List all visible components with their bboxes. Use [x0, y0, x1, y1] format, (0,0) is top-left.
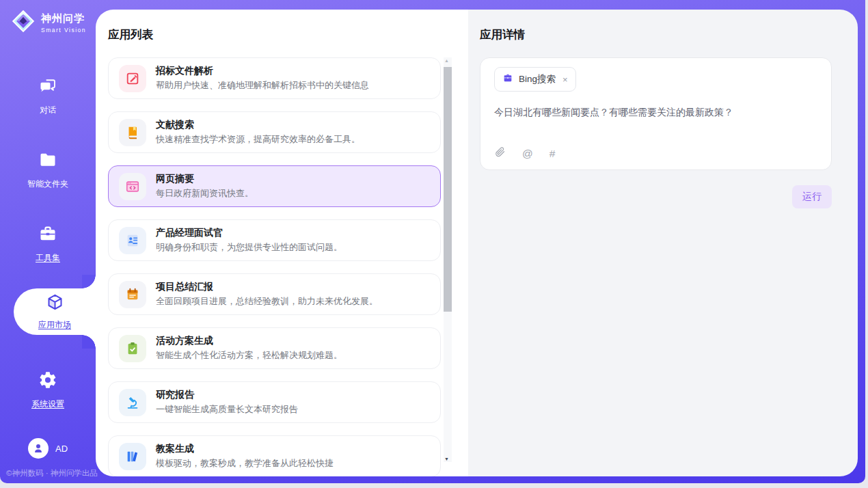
scroll-down-arrow-icon[interactable] — [444, 454, 452, 462]
books-icon — [119, 443, 146, 470]
sidebar-item-label: 应用市场 — [38, 319, 71, 331]
sidebar-item-smart-folder[interactable]: 智能文件夹 — [0, 150, 96, 190]
sidebar-item-toolset[interactable]: 工具集 — [0, 224, 96, 264]
app-list-panel: 应用列表 招标文件解析 帮助用户快速、准确地理解和解析招标书中的关键信息 — [96, 10, 468, 476]
app-name: 文献搜索 — [156, 119, 360, 131]
calendar-note-icon — [119, 281, 146, 308]
edit-square-icon — [119, 65, 146, 92]
tab-curve-bottom — [82, 335, 96, 349]
sidebar-item-label: 工具集 — [36, 253, 60, 262]
brand-logo: 神州问学 Smart Vision — [11, 9, 86, 36]
app-desc: 每日政府新闻资讯快查。 — [156, 187, 254, 200]
book-icon — [119, 119, 146, 146]
app-name: 研究报告 — [156, 389, 298, 401]
chat-bubbles-icon — [0, 77, 96, 98]
copyright-text: ©神州数码 · 神州问学出品 — [6, 468, 98, 478]
query-input[interactable]: 今日湖北有哪些新闻要点？有哪些需要关注的最新政策？ — [494, 105, 817, 120]
app-item-lesson-plan[interactable]: 教案生成 模板驱动，教案秒成，教学准备从此轻松快捷 — [108, 435, 441, 476]
list-scrollbar[interactable] — [444, 57, 452, 462]
mention-icon[interactable]: @ — [522, 148, 533, 160]
sidebar-item-app-market[interactable]: 应用市场 — [14, 288, 96, 335]
hashtag-icon[interactable]: # — [550, 148, 556, 160]
app-name: 项目总结汇报 — [156, 281, 378, 293]
app-item-literature-search[interactable]: 文献搜索 快速精准查找学术资源，提高研究效率的必备工具。 — [108, 111, 441, 153]
scrollbar-thumb[interactable] — [444, 67, 452, 312]
avatar — [28, 438, 49, 459]
app-item-webpage-summary[interactable]: 网页摘要 每日政府新闻资讯快查。 — [108, 165, 441, 207]
sidebar-item-chat[interactable]: 对话 — [0, 77, 96, 116]
gear-icon — [0, 370, 96, 392]
app-name: 教案生成 — [156, 443, 334, 455]
sidebar-item-settings[interactable]: 系统设置 — [0, 370, 96, 410]
app-desc: 帮助用户快速、准确地理解和解析招标书中的关键信息 — [156, 79, 369, 92]
app-desc: 智能生成个性化活动方案，轻松解决规划难题。 — [156, 349, 342, 362]
attachment-toolbar: @ # — [494, 146, 555, 161]
app-list-title: 应用列表 — [108, 27, 468, 42]
app-name: 活动方案生成 — [156, 335, 342, 347]
diamond-gem-icon — [11, 9, 36, 36]
microscope-icon — [119, 389, 146, 416]
user-account[interactable]: AD — [0, 438, 96, 459]
app-item-research-report[interactable]: 研究报告 一键智能生成高质量长文本研究报告 — [108, 381, 441, 423]
sidebar-item-label: 对话 — [40, 105, 56, 115]
sidebar-item-label: 系统设置 — [31, 399, 64, 409]
app-window: 神州问学 Smart Vision 对话 智能文件夹 — [0, 0, 865, 483]
app-item-tender-parse[interactable]: 招标文件解析 帮助用户快速、准确地理解和解析招标书中的关键信息 — [108, 57, 441, 99]
app-desc: 快速精准查找学术资源，提高研究效率的必备工具。 — [156, 133, 360, 146]
folder-icon — [0, 150, 96, 172]
briefcase-icon — [502, 72, 513, 86]
app-desc: 明确身份和职责，为您提供专业性的面试问题。 — [156, 241, 342, 254]
brand-name: 神州问学 — [41, 12, 86, 25]
app-desc: 一键智能生成高质量长文本研究报告 — [156, 403, 298, 416]
run-button[interactable]: 运行 — [792, 185, 832, 208]
app-detail-title: 应用详情 — [480, 27, 858, 42]
app-name: 网页摘要 — [156, 173, 254, 185]
app-item-activity-plan[interactable]: 活动方案生成 智能生成个性化活动方案，轻松解决规划难题。 — [108, 327, 441, 369]
app-name: 招标文件解析 — [156, 65, 369, 77]
browser-code-icon — [119, 173, 146, 200]
main-content: 应用列表 招标文件解析 帮助用户快速、准确地理解和解析招标书中的关键信息 — [96, 10, 858, 476]
app-list: 招标文件解析 帮助用户快速、准确地理解和解析招标书中的关键信息 文献搜索 — [108, 57, 441, 476]
close-icon[interactable]: × — [562, 75, 568, 84]
app-item-project-summary[interactable]: 项目总结汇报 全面回顾项目进展，总结经验教训，助力未来优化发展。 — [108, 273, 441, 315]
user-name: AD — [55, 444, 68, 454]
app-desc: 全面回顾项目进展，总结经验教训，助力未来优化发展。 — [156, 295, 378, 308]
toolbox-icon — [0, 224, 96, 246]
scroll-up-arrow-icon[interactable] — [444, 57, 452, 66]
app-name: 产品经理面试官 — [156, 227, 342, 239]
sidebar-item-label: 智能文件夹 — [27, 179, 68, 189]
interview-doc-icon — [119, 227, 146, 254]
tool-tag-bing-search[interactable]: Bing搜索 × — [494, 67, 576, 92]
query-card[interactable]: Bing搜索 × 今日湖北有哪些新闻要点？有哪些需要关注的最新政策？ @ # — [480, 57, 832, 170]
run-row: 运行 — [480, 185, 832, 208]
app-desc: 模板驱动，教案秒成，教学准备从此轻松快捷 — [156, 457, 334, 470]
sidebar: 神州问学 Smart Vision 对话 智能文件夹 — [0, 0, 96, 483]
paperclip-icon[interactable] — [494, 146, 506, 161]
app-item-pm-interviewer[interactable]: 产品经理面试官 明确身份和职责，为您提供专业性的面试问题。 — [108, 219, 441, 261]
brand-subtitle: Smart Vision — [41, 27, 86, 33]
app-detail-panel: 应用详情 Bing搜索 × 今日湖北有哪些新闻要点？有哪些需要关注的最新政策？ — [468, 10, 858, 476]
cube-icon — [46, 293, 64, 314]
clipboard-check-icon — [119, 335, 146, 362]
tab-curve-top — [82, 275, 96, 288]
tool-tag-label: Bing搜索 — [519, 73, 556, 85]
